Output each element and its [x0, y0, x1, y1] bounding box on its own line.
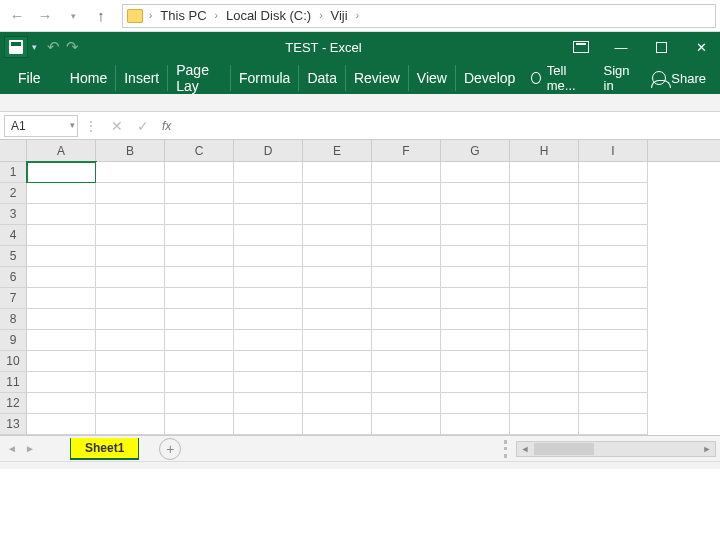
cell[interactable]: [303, 267, 372, 288]
cell[interactable]: [372, 225, 441, 246]
cell[interactable]: [234, 351, 303, 372]
cell[interactable]: [510, 372, 579, 393]
cell[interactable]: [27, 288, 96, 309]
cell[interactable]: [303, 162, 372, 183]
ribbon-display-options-button[interactable]: [568, 37, 594, 57]
cell[interactable]: [372, 351, 441, 372]
column-header[interactable]: B: [96, 140, 165, 161]
cell[interactable]: [165, 225, 234, 246]
file-tab[interactable]: File: [6, 62, 53, 94]
cell[interactable]: [579, 309, 648, 330]
cell[interactable]: [303, 351, 372, 372]
row-header[interactable]: 10: [0, 351, 27, 372]
cell[interactable]: [303, 246, 372, 267]
cell[interactable]: [372, 162, 441, 183]
row-header[interactable]: 6: [0, 267, 27, 288]
cell[interactable]: [234, 414, 303, 435]
cell[interactable]: [372, 372, 441, 393]
cell[interactable]: [303, 288, 372, 309]
cell[interactable]: [165, 162, 234, 183]
row-header[interactable]: 3: [0, 204, 27, 225]
tab-developer[interactable]: Develop: [456, 65, 523, 91]
nav-recent-dropdown-icon[interactable]: ▾: [60, 3, 86, 29]
close-button[interactable]: ✕: [688, 37, 714, 57]
cell[interactable]: [579, 162, 648, 183]
cell[interactable]: [303, 372, 372, 393]
cell[interactable]: [165, 414, 234, 435]
cell[interactable]: [441, 288, 510, 309]
cell[interactable]: [27, 351, 96, 372]
cell[interactable]: [579, 225, 648, 246]
row-header[interactable]: 4: [0, 225, 27, 246]
save-button[interactable]: [4, 36, 28, 58]
share-button[interactable]: Share: [644, 71, 714, 86]
cell[interactable]: [579, 204, 648, 225]
cell[interactable]: [27, 414, 96, 435]
cell[interactable]: [234, 225, 303, 246]
cell[interactable]: [96, 246, 165, 267]
cell[interactable]: [372, 183, 441, 204]
cell[interactable]: [234, 267, 303, 288]
cell[interactable]: [165, 330, 234, 351]
cell[interactable]: [96, 330, 165, 351]
tab-review[interactable]: Review: [346, 65, 409, 91]
cell[interactable]: [372, 204, 441, 225]
maximize-button[interactable]: [648, 37, 674, 57]
cell[interactable]: [441, 330, 510, 351]
cell[interactable]: [234, 330, 303, 351]
cell[interactable]: [510, 309, 579, 330]
row-header[interactable]: 2: [0, 183, 27, 204]
cell[interactable]: [303, 414, 372, 435]
cell[interactable]: [165, 183, 234, 204]
sheet-tab[interactable]: Sheet1: [70, 438, 139, 460]
scroll-split-handle-icon[interactable]: [504, 440, 508, 458]
cell[interactable]: [510, 351, 579, 372]
scrollbar-thumb[interactable]: [534, 443, 594, 455]
cell[interactable]: [441, 162, 510, 183]
cell[interactable]: [165, 309, 234, 330]
cell[interactable]: [372, 330, 441, 351]
cell[interactable]: [96, 267, 165, 288]
cell[interactable]: [303, 225, 372, 246]
cell[interactable]: [441, 246, 510, 267]
column-header[interactable]: E: [303, 140, 372, 161]
row-header[interactable]: 1: [0, 162, 27, 183]
cell[interactable]: [96, 225, 165, 246]
cell[interactable]: [165, 351, 234, 372]
cell[interactable]: [510, 288, 579, 309]
cell[interactable]: [27, 246, 96, 267]
tab-page-layout[interactable]: Page Lay: [168, 65, 231, 91]
cell[interactable]: [165, 204, 234, 225]
cell[interactable]: [441, 393, 510, 414]
cell[interactable]: [510, 162, 579, 183]
cell[interactable]: [303, 183, 372, 204]
tab-insert[interactable]: Insert: [116, 65, 168, 91]
cell[interactable]: [96, 414, 165, 435]
cell[interactable]: [510, 246, 579, 267]
column-header[interactable]: G: [441, 140, 510, 161]
cell[interactable]: [579, 372, 648, 393]
cell[interactable]: [234, 372, 303, 393]
formula-bar-options-icon[interactable]: ⋮: [78, 115, 104, 137]
cell[interactable]: [441, 351, 510, 372]
cell[interactable]: [96, 372, 165, 393]
row-header[interactable]: 12: [0, 393, 27, 414]
name-box[interactable]: A1 ▾: [4, 115, 78, 137]
column-header[interactable]: D: [234, 140, 303, 161]
cell[interactable]: [579, 246, 648, 267]
tab-data[interactable]: Data: [299, 65, 346, 91]
cell[interactable]: [96, 351, 165, 372]
sign-in-button[interactable]: Sign in: [594, 63, 645, 93]
cell[interactable]: [441, 204, 510, 225]
cell[interactable]: [372, 414, 441, 435]
cell[interactable]: [303, 204, 372, 225]
cell[interactable]: [165, 246, 234, 267]
cell[interactable]: [96, 204, 165, 225]
cell[interactable]: [510, 204, 579, 225]
column-header[interactable]: H: [510, 140, 579, 161]
cell[interactable]: [27, 372, 96, 393]
select-all-button[interactable]: [0, 140, 27, 161]
nav-up-icon[interactable]: ↑: [88, 3, 114, 29]
breadcrumb-item[interactable]: Local Disk (C:): [224, 8, 313, 23]
cell[interactable]: [510, 393, 579, 414]
